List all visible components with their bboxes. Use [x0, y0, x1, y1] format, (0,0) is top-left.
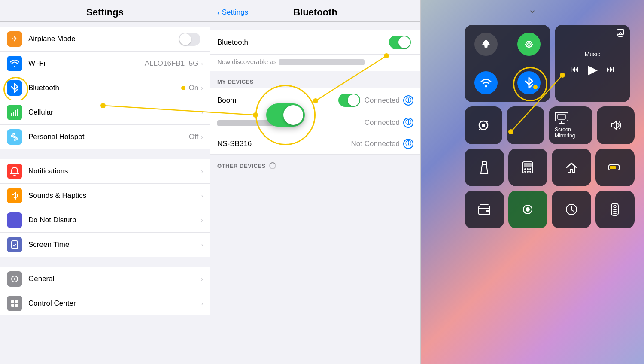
svg-marker-21 — [611, 121, 617, 130]
svg-rect-19 — [555, 112, 568, 121]
control-center-panel: ⌄ — [421, 0, 644, 364]
svg-rect-6 — [12, 241, 18, 249]
settings-row-sounds-haptics[interactable]: Sounds & Haptics › — [0, 184, 210, 208]
airplane-mode-toggle[interactable] — [179, 33, 200, 46]
cc-prev-button[interactable]: ⏮ — [571, 64, 579, 74]
blurred-device-info-button[interactable]: ⓘ — [403, 118, 413, 128]
cc-row-bottom2 — [465, 191, 635, 228]
bluetooth-main-toggle[interactable] — [389, 36, 413, 49]
my-devices-header: MY DEVICES — [210, 75, 420, 88]
wifi-value: ALLO16FB1_5G — [145, 59, 199, 68]
cellular-chevron: › — [201, 109, 203, 116]
bluetooth-back-button[interactable]: ‹ Settings — [217, 8, 248, 18]
airplane-mode-toggle-knob — [179, 33, 191, 45]
personal-hotspot-icon — [7, 129, 22, 145]
cc-wifi-icon — [474, 71, 498, 94]
device-blurred-status: Connected — [365, 118, 400, 127]
svg-rect-3 — [17, 109, 18, 116]
cc-remote-button[interactable] — [595, 191, 635, 228]
settings-row-general[interactable]: General › — [0, 267, 210, 291]
cc-battery-button[interactable] — [595, 149, 635, 186]
general-chevron: › — [201, 276, 203, 282]
cc-music-label: Music — [585, 51, 601, 58]
general-icon — [7, 271, 22, 287]
bluetooth-device-boom[interactable]: Boom Connected ⓘ — [210, 88, 420, 112]
bluetooth-label: Bluetooth — [28, 84, 189, 92]
cc-volume-button[interactable] — [597, 106, 635, 144]
cc-connectivity-block — [465, 25, 550, 102]
settings-row-notifications[interactable]: Notifications › — [0, 159, 210, 184]
svg-point-15 — [485, 85, 487, 88]
cc-wifi-button[interactable] — [465, 64, 507, 102]
cellular-icon — [7, 105, 22, 120]
bluetooth-device-blurred[interactable]: Connected ⓘ — [210, 112, 420, 133]
cc-home-button[interactable] — [552, 149, 591, 186]
bluetooth-discoverable: Now discoverable as — [210, 55, 420, 71]
personal-hotspot-chevron: › — [201, 133, 203, 140]
cc-bluetooth-button[interactable] — [507, 64, 550, 102]
bluetooth-header: ‹ Settings Bluetooth — [210, 0, 420, 22]
settings-row-personal-hotspot[interactable]: Personal Hotspot Off › — [0, 125, 210, 149]
settings-row-wifi[interactable]: Wi-Fi ALLO16FB1_5G › — [0, 52, 210, 76]
svg-rect-0 — [11, 113, 12, 116]
ns-sb316-info-button[interactable]: ⓘ — [403, 139, 413, 149]
boom-toggle[interactable] — [338, 94, 360, 107]
svg-point-25 — [524, 168, 526, 170]
cc-screen-mirror-label: Screen Mirroring — [555, 127, 586, 139]
airplane-mode-icon: ✈ — [7, 31, 22, 47]
do-not-disturb-chevron: › — [201, 217, 203, 224]
bluetooth-toggle-switch[interactable] — [389, 36, 411, 49]
cc-camera-button[interactable] — [508, 191, 548, 228]
personal-hotspot-value: Off — [189, 133, 198, 141]
cc-airplay-button[interactable] — [616, 29, 625, 39]
cc-bt-yellow-dot — [533, 85, 538, 89]
cc-do-not-disturb-button[interactable] — [507, 106, 544, 144]
cellular-label: Cellular — [28, 108, 201, 117]
screen-time-label: Screen Time — [28, 240, 201, 249]
wifi-chevron: › — [201, 60, 203, 67]
boom-info-button[interactable]: ⓘ — [403, 95, 413, 106]
bluetooth-toggle-row[interactable]: Bluetooth — [210, 30, 420, 55]
sounds-haptics-label: Sounds & Haptics — [28, 191, 201, 200]
cc-screen-mirror-button[interactable]: Screen Mirroring — [549, 106, 592, 144]
cc-rotation-lock-button[interactable] — [465, 106, 502, 144]
svg-rect-18 — [482, 124, 485, 127]
cc-cellular-button[interactable] — [507, 25, 550, 64]
cc-wallet-button[interactable] — [465, 191, 504, 228]
svg-rect-2 — [15, 110, 16, 116]
bluetooth-title: Bluetooth — [293, 7, 337, 18]
settings-row-control-center[interactable]: Control Center › — [0, 291, 210, 315]
settings-row-cellular[interactable]: Cellular › — [0, 100, 210, 125]
cc-cellular-icon — [517, 33, 541, 56]
bluetooth-chevron: › — [201, 85, 203, 91]
device-ns-sb316-name: NS-SB316 — [217, 140, 351, 148]
cc-clock-button[interactable] — [552, 191, 591, 228]
screen-time-icon — [7, 237, 22, 252]
wifi-icon — [7, 56, 22, 71]
settings-panel: Settings ✈ Airplane Mode Wi-Fi — [0, 0, 210, 364]
settings-list: ✈ Airplane Mode Wi-Fi ALLO16FB1_5G › — [0, 22, 210, 364]
cc-airplane-mode-button[interactable] — [465, 25, 507, 64]
settings-row-do-not-disturb[interactable]: Do Not Disturb › — [0, 208, 210, 233]
svg-rect-40 — [613, 209, 617, 210]
svg-rect-24 — [524, 163, 532, 167]
svg-rect-42 — [613, 213, 617, 214]
control-center-grid: Music ⏮ ▶ ⏭ — [459, 20, 640, 234]
settings-row-bluetooth[interactable]: Bluetooth On › — [0, 76, 210, 100]
settings-section-notifications: Notifications › Sounds & Haptics › — [0, 159, 210, 257]
cc-calculator-button[interactable] — [508, 149, 548, 186]
cc-flashlight-button[interactable] — [465, 149, 504, 186]
svg-point-27 — [529, 168, 531, 170]
cc-next-button[interactable]: ⏭ — [606, 64, 615, 74]
notifications-chevron: › — [201, 168, 203, 175]
bluetooth-device-ns-sb316[interactable]: NS-SB316 Not Connected ⓘ — [210, 133, 420, 155]
cc-bluetooth-icon — [517, 71, 541, 94]
do-not-disturb-label: Do Not Disturb — [28, 216, 201, 224]
settings-row-airplane-mode[interactable]: ✈ Airplane Mode — [0, 27, 210, 52]
svg-rect-20 — [558, 114, 565, 119]
svg-point-14 — [528, 43, 530, 46]
svg-point-26 — [527, 168, 529, 170]
cc-play-button[interactable]: ▶ — [588, 62, 598, 77]
settings-header: Settings — [0, 0, 210, 22]
settings-row-screen-time[interactable]: Screen Time › — [0, 233, 210, 257]
